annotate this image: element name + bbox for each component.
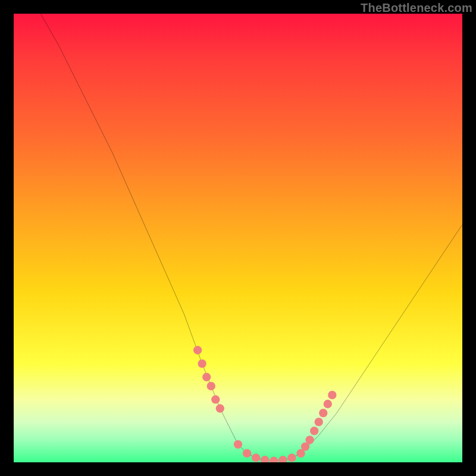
marker-point (207, 382, 215, 390)
bottleneck-curve (40, 14, 462, 461)
marker-point (328, 391, 336, 399)
chart-frame: TheBottleneck.com (0, 0, 476, 476)
plot-area (14, 14, 462, 462)
curve-layer (14, 14, 462, 462)
marker-point (270, 457, 278, 462)
marker-point (211, 395, 220, 403)
marker-cluster (193, 346, 337, 462)
marker-point (216, 404, 224, 412)
marker-point (234, 440, 242, 449)
marker-point (319, 409, 327, 417)
marker-point (310, 427, 318, 435)
marker-point (261, 456, 269, 462)
marker-point (198, 359, 206, 368)
marker-point (305, 436, 314, 444)
marker-point (287, 453, 296, 462)
marker-point (193, 346, 202, 354)
marker-point (252, 453, 260, 462)
marker-point (278, 456, 287, 462)
marker-point (315, 418, 323, 426)
marker-point (243, 449, 251, 458)
marker-point (324, 400, 332, 408)
attribution-text: TheBottleneck.com (361, 1, 472, 15)
marker-point (202, 373, 211, 381)
